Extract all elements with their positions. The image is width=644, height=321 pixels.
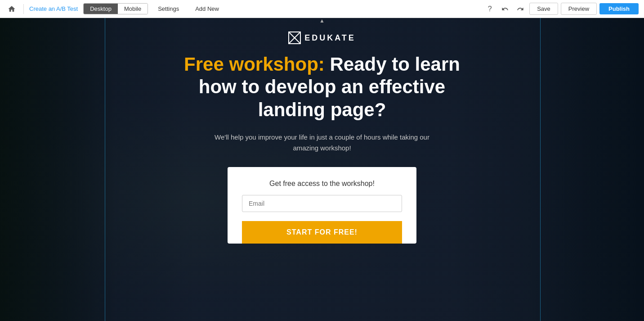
logo-text: EDUKATE — [304, 33, 356, 43]
mobile-btn[interactable]: Mobile — [118, 4, 148, 14]
add-new-btn[interactable]: Add New — [189, 4, 225, 14]
hero-content: EDUKATE Free workshop: Ready to learn ho… — [0, 18, 644, 321]
signup-card: Get free access to the workshop! START F… — [228, 167, 416, 244]
hero-headline: Free workshop: Ready to learn how to dev… — [165, 53, 479, 121]
svg-line-4 — [295, 38, 300, 44]
headline-highlight: Free workshop: — [184, 54, 325, 75]
redo-icon[interactable] — [514, 3, 527, 15]
nav-divider — [23, 4, 24, 14]
publish-button[interactable]: Publish — [599, 3, 639, 14]
undo-icon[interactable] — [499, 3, 511, 15]
topbar: Create an A/B Test Desktop Mobile Settin… — [0, 0, 644, 18]
hero-subtext: We'll help you improve your life in just… — [210, 132, 434, 154]
svg-line-3 — [289, 38, 295, 44]
email-input[interactable] — [242, 195, 402, 212]
ab-test-link[interactable]: Create an A/B Test — [29, 5, 78, 12]
view-toggle: Desktop Mobile — [83, 3, 148, 14]
preview-button[interactable]: Preview — [561, 3, 597, 15]
settings-btn[interactable]: Settings — [152, 4, 185, 14]
desktop-btn[interactable]: Desktop — [84, 4, 118, 14]
logo-icon — [288, 32, 301, 44]
cta-button[interactable]: START FOR FREE! — [242, 221, 402, 244]
svg-line-2 — [295, 32, 300, 38]
save-button[interactable]: Save — [529, 3, 558, 15]
canvas-area: ▲ EDUKATE Free workshop: Ready to learn … — [0, 18, 644, 321]
topbar-right-actions: ? Save Preview Publish — [483, 3, 639, 15]
card-title: Get free access to the workshop! — [269, 180, 375, 188]
home-icon[interactable] — [5, 3, 18, 15]
svg-line-1 — [289, 32, 295, 38]
help-icon[interactable]: ? — [483, 3, 496, 15]
logo-area: EDUKATE — [288, 32, 356, 44]
